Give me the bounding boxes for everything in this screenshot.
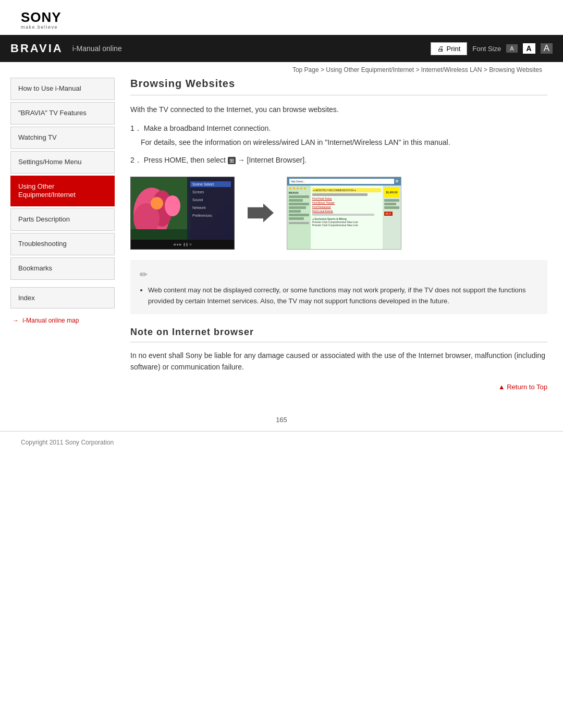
tv-screenshot: Scene Select Screen Sound Network Prefer… xyxy=(130,177,235,250)
svg-point-6 xyxy=(151,197,163,209)
page-number-text: 165 xyxy=(276,416,287,424)
sidebar-item-watching-tv[interactable]: Watching TV xyxy=(10,127,115,149)
browser-recommendation: ♦ MONTHLY RECOMMENDATION ♦ xyxy=(312,188,381,192)
star-icon xyxy=(289,187,292,190)
print-button[interactable]: 🖨 Print xyxy=(431,42,468,55)
images-row: Scene Select Screen Sound Network Prefer… xyxy=(130,177,547,250)
print-label: Print xyxy=(447,45,461,53)
browser-link: Find Hotel Today xyxy=(312,197,381,200)
browser-url-bar: http://www... xyxy=(289,179,394,184)
arrow-right-icon: → xyxy=(13,317,19,324)
note-list: Web content may not be displayed correct… xyxy=(148,285,538,307)
tv-background-image xyxy=(131,177,191,250)
sidebar-item-bookmarks[interactable]: Bookmarks xyxy=(10,257,115,280)
browser-text-line xyxy=(289,222,309,224)
breadcrumb-top-page[interactable]: Top Page xyxy=(292,66,319,73)
breadcrumb-sep1: > xyxy=(321,66,326,73)
tv-menu-item: Scene Select xyxy=(190,181,231,187)
sidebar-item-troubleshooting[interactable]: Troubleshooting xyxy=(10,233,115,255)
nav-bar: BRAVIA i-Manual online 🖨 Print Font Size… xyxy=(0,35,563,62)
font-medium-button[interactable]: A xyxy=(523,43,535,54)
browser-screenshot: http://www... ⊕ BRAVIA xyxy=(287,177,401,250)
browser-nav-item xyxy=(289,214,309,216)
browser-link: Find Movie Theater xyxy=(312,201,381,204)
nav-bar-title: i-Manual online xyxy=(72,44,431,53)
font-size-label: Font Size xyxy=(472,45,501,53)
browser-nav-item xyxy=(289,210,301,213)
sidebar-item-using-other[interactable]: Using Other Equipment/Internet xyxy=(10,176,115,207)
sidebar-item-label: "BRAVIA" TV Features xyxy=(18,109,87,117)
breadcrumb-link1[interactable]: Using Other Equipment/Internet xyxy=(326,66,414,73)
sony-logo-text: SONY xyxy=(21,9,62,26)
browser-section-line: Premier Club Comprehensive New Line xyxy=(312,224,381,227)
sidebar-index-label: Index xyxy=(18,294,35,302)
star-icon xyxy=(296,187,299,190)
return-to-top-link[interactable]: ▲ Return to Top xyxy=(498,383,547,391)
browser-sidebar-item xyxy=(384,206,399,209)
note-box: ✏ Web content may not be displayed corre… xyxy=(130,260,547,314)
tv-bottom-bar: ◀ ■ ▶ ❚❚ ⊕ xyxy=(131,240,234,249)
browser-nav-item xyxy=(289,199,303,202)
tv-menu-item: Screen xyxy=(190,189,231,195)
browser-red-button: BUY xyxy=(384,212,393,216)
browser-content: BRAVIA ♦ MONTHLY RECOMM xyxy=(287,186,401,250)
browser-link: Find Local Events xyxy=(312,209,381,213)
section2-text: In no event shall Sony be liable for any… xyxy=(130,350,547,373)
step2-num: 2． xyxy=(130,156,142,164)
main-layout: How to Use i-Manual "BRAVIA" TV Features… xyxy=(0,78,563,411)
step1-detail: For details, see the information on wire… xyxy=(141,137,547,148)
browser-stars xyxy=(289,187,309,190)
browser-nav-item xyxy=(289,217,304,220)
star-icon xyxy=(303,187,307,190)
return-to-top-container: ▲ Return to Top xyxy=(130,382,547,391)
breadcrumb: Top Page > Using Other Equipment/Interne… xyxy=(0,62,563,78)
tv-menu-item: Network xyxy=(190,205,231,211)
font-large-button[interactable]: A xyxy=(541,43,553,54)
browser-nav-item xyxy=(289,195,309,198)
breadcrumb-sep3: > xyxy=(484,66,489,73)
tv-status-bar: ◀ ■ ▶ ❚❚ ⊕ xyxy=(173,242,191,246)
sidebar-map-link-label: i-Manual online map xyxy=(22,317,79,324)
browser-header: http://www... ⊕ xyxy=(287,177,401,186)
browser-sidebar-item xyxy=(384,203,396,205)
printer-icon: 🖨 xyxy=(437,45,444,53)
sidebar: How to Use i-Manual "BRAVIA" TV Features… xyxy=(10,78,115,400)
sidebar-item-bravia-features[interactable]: "BRAVIA" TV Features xyxy=(10,102,115,125)
sidebar-item-label: Watching TV xyxy=(18,133,57,141)
arrow-shape xyxy=(248,204,274,223)
breadcrumb-link2[interactable]: Internet/Wireless LAN xyxy=(421,66,482,73)
breadcrumb-current: Browsing Websites xyxy=(489,66,542,73)
sidebar-map-link[interactable]: → i-Manual online map xyxy=(10,317,79,324)
page-title: Browsing Websites xyxy=(130,78,547,95)
intro-text: With the TV connected to the Internet, y… xyxy=(130,104,547,115)
breadcrumb-sep2: > xyxy=(415,66,421,73)
step2-text: Press HOME, then select ⊞ → [Internet Br… xyxy=(144,156,307,164)
browser-line xyxy=(312,193,368,196)
browser-main: ♦ MONTHLY RECOMMENDATION ♦ Find Hotel To… xyxy=(311,186,383,250)
note-pencil-icon: ✏ xyxy=(140,267,538,282)
browser-link: Find Restaurant xyxy=(312,205,381,208)
step1-text: Make a broadband Internet connection. xyxy=(144,124,271,132)
sidebar-item-parts[interactable]: Parts Description xyxy=(10,208,115,231)
tv-menu-overlay: Scene Select Screen Sound Network Prefer… xyxy=(187,177,234,249)
sony-logo: SONY make.believe xyxy=(21,9,542,30)
browser-nav-item xyxy=(289,203,309,205)
sidebar-item-settings[interactable]: Settings/Home Menu xyxy=(10,151,115,174)
note-item: Web content may not be displayed correct… xyxy=(148,285,538,307)
page-number: 165 xyxy=(0,411,563,426)
sidebar-item-label: Troubleshooting xyxy=(18,240,67,248)
step-2: 2． Press HOME, then select ⊞ → [Internet… xyxy=(130,154,547,166)
font-small-button[interactable]: A xyxy=(506,44,517,53)
browser-ad-banner: $1,400.00 xyxy=(384,187,399,198)
sidebar-item-label: Settings/Home Menu xyxy=(18,158,81,166)
main-content: Browsing Websites With the TV connected … xyxy=(125,78,553,400)
sidebar-item-index[interactable]: Index xyxy=(10,287,115,309)
browser-section: ● Exclusive Sports & Mktng Premier Club … xyxy=(312,217,381,227)
section2-title: Note on Internet browser xyxy=(130,327,547,342)
browser-sidebar-left: BRAVIA xyxy=(287,186,311,250)
arrow-forward-icon xyxy=(245,204,276,223)
star-icon xyxy=(292,187,296,190)
sidebar-item-how-to-use[interactable]: How to Use i-Manual xyxy=(10,78,115,100)
sidebar-item-label: Parts Description xyxy=(18,215,70,223)
nav-controls: 🖨 Print Font Size A A A xyxy=(431,42,553,55)
